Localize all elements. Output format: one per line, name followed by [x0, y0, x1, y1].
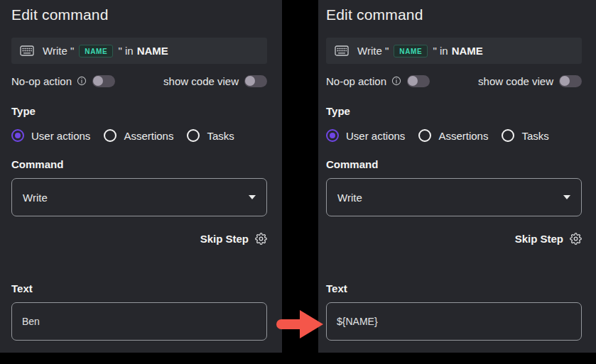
command-preview-target: NAME [137, 45, 168, 57]
skip-step-label: Skip Step [200, 233, 249, 245]
command-preview-target: NAME [452, 45, 483, 57]
command-preview-mid: " in [433, 45, 448, 57]
edit-command-panel-after: Edit command Write " NAME " in NAME No-o… [318, 0, 596, 353]
gear-icon[interactable] [255, 233, 267, 245]
text-input[interactable] [326, 302, 582, 341]
toggle-row: No-op action show code view [11, 74, 267, 88]
gear-icon[interactable] [570, 233, 582, 245]
skip-step-row: Skip Step [11, 231, 267, 246]
page-title: Edit command [326, 6, 582, 24]
command-dropdown[interactable]: Write [11, 178, 267, 216]
radio-tasks[interactable]: Tasks [187, 129, 234, 142]
type-radio-group: User actions Assertions Tasks [326, 128, 582, 143]
show-code-view-label: show code view [478, 75, 553, 87]
command-section-label: Command [326, 158, 582, 172]
edit-command-panel-before: Edit command Write " NAME " in NAME No-o… [0, 0, 282, 353]
show-code-view-label: show code view [163, 75, 239, 87]
variable-badge: NAME [394, 45, 428, 57]
command-preview-mid: " in [118, 45, 133, 57]
show-code-view-toggle[interactable] [559, 75, 582, 87]
type-radio-group: User actions Assertions Tasks [11, 128, 267, 143]
info-icon[interactable] [77, 76, 87, 86]
radio-circle[interactable] [326, 129, 339, 142]
toggle-row: No-op action show code view [326, 74, 582, 88]
chevron-down-icon [563, 195, 570, 199]
noop-action-toggle[interactable] [407, 75, 430, 87]
type-section-label: Type [326, 104, 582, 118]
command-section-label: Command [11, 158, 267, 172]
command-dropdown-value: Write [23, 192, 48, 204]
noop-action-toggle[interactable] [92, 75, 115, 87]
radio-tasks[interactable]: Tasks [502, 129, 548, 142]
command-preview: Write " NAME " in NAME [326, 38, 582, 64]
info-icon[interactable] [391, 76, 401, 86]
keyboard-icon [335, 45, 349, 56]
radio-circle[interactable] [418, 129, 431, 142]
text-section-label: Text [326, 282, 582, 296]
chevron-down-icon [249, 195, 256, 199]
radio-assertions[interactable]: Assertions [104, 129, 173, 142]
skip-step-label: Skip Step [515, 233, 563, 245]
radio-user-actions[interactable]: User actions [326, 129, 405, 142]
radio-user-actions[interactable]: User actions [11, 129, 90, 142]
radio-circle[interactable] [11, 129, 24, 142]
radio-circle[interactable] [187, 129, 200, 142]
variable-badge: NAME [79, 45, 113, 57]
type-section-label: Type [11, 104, 267, 118]
radio-assertions[interactable]: Assertions [418, 129, 488, 142]
noop-action-label: No-op action [11, 75, 72, 87]
noop-action-label: No-op action [326, 75, 386, 87]
show-code-view-toggle[interactable] [244, 75, 267, 87]
text-section-label: Text [11, 282, 267, 296]
page-title: Edit command [11, 6, 267, 24]
text-input[interactable] [11, 302, 267, 341]
radio-circle[interactable] [502, 129, 514, 142]
skip-step-row: Skip Step [326, 231, 582, 246]
command-preview: Write " NAME " in NAME [11, 38, 267, 64]
command-dropdown[interactable]: Write [326, 178, 582, 216]
command-dropdown-value: Write [337, 192, 362, 204]
radio-circle[interactable] [104, 129, 117, 142]
command-preview-prefix: Write " [357, 45, 389, 57]
command-preview-prefix: Write " [43, 45, 74, 57]
keyboard-icon [20, 45, 34, 56]
